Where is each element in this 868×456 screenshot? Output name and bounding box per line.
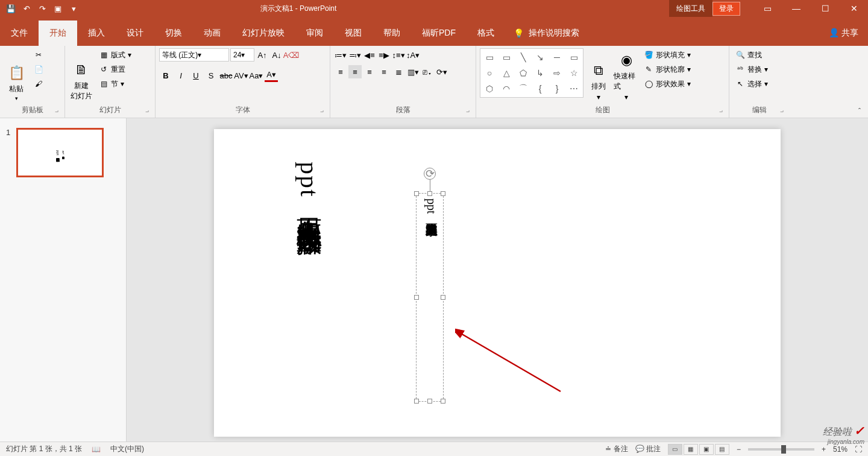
save-icon[interactable]: 💾 <box>5 2 17 14</box>
handle-br[interactable] <box>441 399 445 404</box>
comments-button[interactable]: 💬 批注 <box>635 444 661 454</box>
new-slide-button[interactable]: 🗎 新建 幻灯片 <box>69 48 94 101</box>
shape-outline-button[interactable]: ✎形状轮廓 ▾ <box>641 63 693 76</box>
spellcheck-icon[interactable]: 📖 <box>92 445 101 454</box>
layout-button[interactable]: ▦版式 ▾ <box>96 48 134 62</box>
normal-view-button[interactable]: ▭ <box>668 444 682 455</box>
reset-button[interactable]: ↺重置 <box>96 63 134 76</box>
rotate-handle-icon[interactable]: ⟳ <box>424 168 436 180</box>
align-text-button[interactable]: ⎚▾ <box>421 65 434 78</box>
fit-window-button[interactable]: ⛶ <box>855 445 862 454</box>
change-case-button[interactable]: Aa▾ <box>250 69 263 82</box>
tab-home[interactable]: 开始 <box>39 21 77 46</box>
strike-button[interactable]: abc <box>219 69 233 82</box>
startshow-icon[interactable]: ▣ <box>52 2 64 14</box>
font-color-button[interactable]: A▾ <box>265 69 278 82</box>
collapse-ribbon-button[interactable]: ˆ <box>858 107 861 116</box>
handle-tl[interactable] <box>414 191 419 196</box>
thumbnail-panel[interactable]: 1 ppt里面怎么将文字改为竖排版 ppt里面怎么将文字改为竖排版 <box>0 118 127 442</box>
section-button[interactable]: ▤节 ▾ <box>96 77 134 90</box>
font-size-select[interactable]: 24 ▾ <box>230 48 254 62</box>
decrease-indent-button[interactable]: ◀≡ <box>363 48 376 62</box>
tab-help[interactable]: 帮助 <box>373 21 411 46</box>
slideshow-view-button[interactable]: ▤ <box>715 444 729 455</box>
shape-textbox-icon[interactable]: ▭ <box>482 50 497 65</box>
smartart-button[interactable]: ⟳▾ <box>435 65 448 78</box>
sorter-view-button[interactable]: ▦ <box>684 444 698 455</box>
align-left-button[interactable]: ≡ <box>334 65 347 78</box>
increase-indent-button[interactable]: ≡▶ <box>377 48 391 62</box>
tab-insert[interactable]: 插入 <box>77 21 116 46</box>
handle-ml[interactable] <box>414 295 419 300</box>
tab-transition[interactable]: 切换 <box>154 21 193 46</box>
main-vertical-text[interactable]: ppt里面怎么将文字改为竖排版 <box>292 162 326 212</box>
close-icon[interactable]: ✕ <box>840 0 868 17</box>
quick-styles-button[interactable]: ◉ 快速样式▾ <box>614 48 639 101</box>
align-center-button[interactable]: ≡ <box>348 65 362 78</box>
shrink-font-button[interactable]: A↓ <box>270 48 283 62</box>
tab-design[interactable]: 设计 <box>116 21 154 46</box>
tab-slideshow[interactable]: 幻灯片放映 <box>231 21 295 46</box>
shadow-button[interactable]: S <box>204 69 218 82</box>
shapes-gallery[interactable]: ▭▭╲↘─▭ ○△⬠↳⇨☆ ⬡◠⌒{}⋯ <box>480 48 583 98</box>
thumbnail-preview[interactable]: ppt里面怎么将文字改为竖排版 ppt里面怎么将文字改为竖排版 <box>16 128 104 177</box>
slide-canvas-area[interactable]: ppt里面怎么将文字改为竖排版 ⟳ ppt里面怎么将文字改为竖排版 <box>127 118 868 442</box>
font-family-select[interactable]: 等线 (正文) ▾ <box>159 48 229 62</box>
reading-view-button[interactable]: ▣ <box>699 444 714 455</box>
language-button[interactable]: 中文(中国) <box>110 444 144 454</box>
tab-format[interactable]: 格式 <box>467 21 505 46</box>
text-direction-button[interactable]: ↕A▾ <box>406 48 420 62</box>
italic-button[interactable]: I <box>174 69 187 82</box>
share-button[interactable]: 👤 共享 <box>819 28 868 46</box>
align-right-button[interactable]: ≡ <box>363 65 376 78</box>
line-spacing-button[interactable]: ↕≡▾ <box>392 48 405 62</box>
ribbon-options-icon[interactable]: ▭ <box>753 0 781 17</box>
distribute-button[interactable]: ≣ <box>392 65 405 78</box>
minimize-icon[interactable]: — <box>782 0 810 17</box>
tell-me-search[interactable]: 💡 操作说明搜索 <box>505 28 588 46</box>
tab-animation[interactable]: 动画 <box>193 21 231 46</box>
handle-tr[interactable] <box>441 191 445 196</box>
zoom-in-button[interactable]: + <box>822 445 826 454</box>
tab-review[interactable]: 审阅 <box>295 21 334 46</box>
zoom-slider[interactable] <box>748 448 814 451</box>
columns-button[interactable]: ▥▾ <box>406 65 420 78</box>
small-vertical-text[interactable]: ppt里面怎么将文字改为竖排版 <box>424 198 440 214</box>
selection-outline[interactable]: ppt里面怎么将文字改为竖排版 <box>416 193 444 402</box>
shape-fill-button[interactable]: 🪣形状填充 ▾ <box>641 48 693 62</box>
handle-tc[interactable] <box>427 191 432 196</box>
selected-textbox[interactable]: ⟳ ppt里面怎么将文字改为竖排版 <box>416 193 444 402</box>
numbering-button[interactable]: ≕▾ <box>348 48 362 62</box>
handle-bl[interactable] <box>414 399 419 404</box>
notes-button[interactable]: ≐ 备注 <box>605 444 627 454</box>
arrange-button[interactable]: ⧉ 排列▾ <box>586 48 611 101</box>
maximize-icon[interactable]: ☐ <box>811 0 839 17</box>
shape-effects-button[interactable]: ◯形状效果 ▾ <box>641 77 693 90</box>
zoom-out-button[interactable]: − <box>737 445 741 454</box>
char-spacing-button[interactable]: AV▾ <box>234 69 248 82</box>
undo-icon[interactable]: ↶ <box>20 2 33 14</box>
redo-icon[interactable]: ↷ <box>36 2 48 14</box>
handle-bc[interactable] <box>427 399 432 404</box>
thumbnail-item[interactable]: 1 ppt里面怎么将文字改为竖排版 ppt里面怎么将文字改为竖排版 <box>6 128 120 177</box>
zoom-thumb[interactable] <box>781 445 786 454</box>
login-button[interactable]: 登录 <box>712 2 740 16</box>
replace-button[interactable]: ᵃᵇ替换 ▾ <box>733 63 770 76</box>
tab-foxit[interactable]: 福昕PDF <box>411 21 467 46</box>
tab-file[interactable]: 文件 <box>0 21 39 46</box>
handle-mr[interactable] <box>441 295 445 300</box>
bullets-button[interactable]: ≔▾ <box>334 48 347 62</box>
copy-button[interactable]: 📄 <box>31 63 46 76</box>
slide-info[interactable]: 幻灯片 第 1 张，共 1 张 <box>6 444 82 454</box>
clear-format-button[interactable]: A⌫ <box>285 48 298 62</box>
paste-button[interactable]: 📋 粘贴 ▾ <box>4 48 29 101</box>
underline-button[interactable]: U <box>189 69 203 82</box>
find-button[interactable]: 🔍查找 <box>733 48 770 62</box>
grow-font-button[interactable]: A↑ <box>256 48 269 62</box>
qat-more-icon[interactable]: ▾ <box>68 2 80 14</box>
select-button[interactable]: ↖选择 ▾ <box>733 77 770 90</box>
slide[interactable]: ppt里面怎么将文字改为竖排版 ⟳ ppt里面怎么将文字改为竖排版 <box>214 129 781 437</box>
cut-button[interactable]: ✂ <box>31 48 46 62</box>
zoom-value[interactable]: 51% <box>833 445 848 454</box>
bold-button[interactable]: B <box>159 69 172 82</box>
